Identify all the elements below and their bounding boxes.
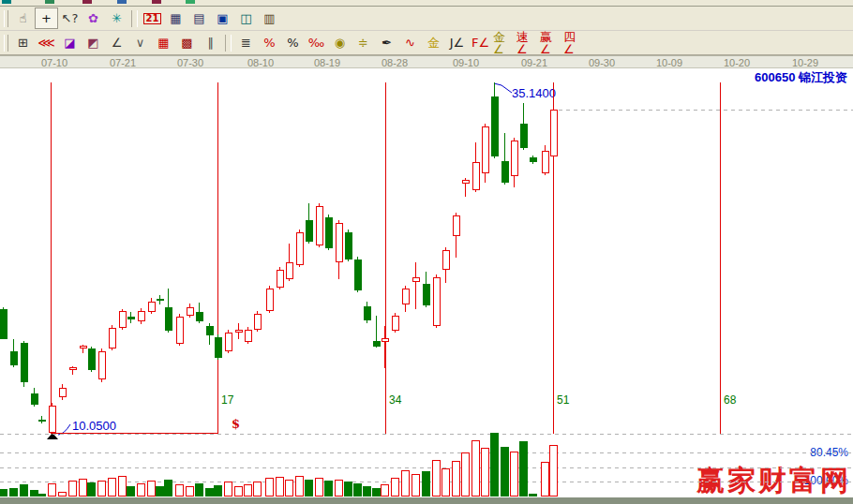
save-browse-tool-icon[interactable]: ◫ [234,7,258,29]
percent-zone-tool-icon[interactable]: % [258,32,281,53]
ink-pen-tool-icon[interactable]: ✒ [375,32,398,53]
calculator-tool-icon[interactable]: ▦ [164,7,187,29]
date-axis: 07-1007-2107-3008-1008-1908-2809-1009-21… [0,55,853,68]
grid-arrow-tool-icon[interactable]: ▩ [175,32,199,53]
candle-down [501,161,509,183]
report-tool-glyph: ▤ [193,12,204,24]
gold-coin-tool-icon[interactable]: ◉ [328,32,352,53]
date-tick: 07-21 [102,57,143,68]
pen-box-tool-icon[interactable]: ◪ [58,32,82,53]
volume-bar [147,481,156,497]
candle-down [373,341,381,347]
volume-bar [175,484,184,497]
volume-bar [305,480,313,497]
candle-down [10,351,18,365]
volume-ladder-tool-icon[interactable]: ≣ [234,32,258,53]
smart-analysis-tool-icon[interactable]: ✳ [105,7,128,29]
candle-up [80,346,87,348]
date-tick: 10-20 [716,57,757,68]
calendar-tool-icon[interactable]: 21 [141,7,164,29]
workstation-tool-glyph: ▥ [263,12,275,24]
fib-timezone-label: 51 [557,393,569,407]
flower-brush-tool-glyph: ✿ [88,12,98,24]
cropped-icon-fragment [2,0,11,4]
grid-tool-icon[interactable]: ▦ [152,32,175,53]
candle-down [21,343,28,382]
axis-frame-tool-icon[interactable]: ⊞ [11,32,35,53]
volume-bar [295,476,304,497]
candle-up [109,328,116,348]
j-angle-tool-icon[interactable]: J∠ [445,32,469,53]
volume-bar [253,482,262,497]
four-angle-tool-icon[interactable]: 四∠ [562,32,586,53]
candle-up [433,277,441,326]
gann-fan-tool-glyph: ⋘ [37,37,55,49]
f-angle-tool-icon[interactable]: F∠ [469,32,492,53]
candle-down [165,307,172,331]
zigzag-tool-icon[interactable]: ∨ [128,32,152,53]
date-tick: 10-29 [785,57,826,68]
volume-bar [422,471,430,497]
speed-angle-tool-icon[interactable]: 速∠ [516,32,539,53]
fan-box-tool-icon[interactable]: ◩ [82,32,105,53]
volume-bar [48,483,56,497]
high-price-label: 35.1400 [512,86,556,100]
report-tool-icon[interactable]: ▤ [187,7,211,29]
win-angle-tool-icon[interactable]: 赢∠ [539,32,562,53]
candle-up [550,110,558,156]
workstation-tool-icon[interactable]: ▥ [258,7,281,29]
volume-bar [441,468,450,497]
cropped-icon-fragment [82,0,92,4]
volume-bar [224,482,232,497]
flower-brush-tool-icon[interactable]: ✿ [82,7,105,29]
percent-line-tool-icon[interactable]: ‰ [305,32,328,53]
trend-rays-tool-glyph: ∠ [112,37,123,49]
gold-underline-tool-icon[interactable]: 金 [422,32,445,53]
gold-angle-tool-icon[interactable]: 金∠ [492,32,516,53]
candle-down [325,217,333,248]
candle-up [482,126,489,173]
grid-arrow-tool-glyph: ▩ [181,37,192,49]
gold-bands-tool-icon[interactable]: ≑ [352,32,375,53]
grid-tool-glyph: ▦ [157,37,169,49]
candle-up [462,180,470,184]
volume-bar [401,470,410,497]
cropped-icon-fragment [152,0,161,4]
candle-up [472,162,480,190]
volume-bar [164,480,172,497]
hand-tool-icon[interactable]: ☝ [11,7,35,29]
candle-up [286,262,293,279]
trend-rays-tool-icon[interactable]: ∠ [105,32,128,53]
volume-bar [118,476,127,497]
ink-pen-tool-glyph: ✒ [382,37,392,49]
candle-up [453,215,460,236]
save-tool-icon[interactable]: ▣ [211,7,234,29]
candle-down [88,348,96,370]
parallel-lines-tool-glyph: ∥ [207,37,214,49]
volume-bar [156,486,164,497]
low-annotation-pointer [56,421,73,437]
parallel-lines-tool-icon[interactable]: ∥ [199,32,222,53]
volume-bar [137,483,145,497]
dashed-gridline [0,452,853,453]
wave-band-tool-glyph: ∿ [405,37,415,49]
chart-area[interactable]: 600650 锦江投资 35.1400 10.0500 $ 80.45% 100… [0,68,853,497]
volume-bar [490,433,499,497]
toolbar-handle[interactable] [4,10,8,27]
toolbar-handle[interactable] [4,35,8,52]
toolbar-separator [225,35,232,52]
volume-bar [244,484,252,497]
pointer-query-tool-icon[interactable]: ↖? [58,7,82,29]
low-price-label: 10.0500 [72,419,116,433]
wave-band-tool-icon[interactable]: ∿ [398,32,422,53]
volume-bar [315,478,323,497]
percent-tool-icon[interactable]: % [281,32,305,53]
drawing-toolbar: ⊞⋘◪◩∠∨▦▩∥≣%%‰◉≑✒∿金J∠F∠金∠速∠赢∠四∠ [0,31,853,55]
gann-fan-tool-icon[interactable]: ⋘ [35,32,58,53]
candle-wick [384,326,385,368]
crosshair-tool-icon[interactable]: + [35,7,58,29]
cropped-icon-fragment [45,0,54,4]
percent-zone-tool-glyph: % [263,37,275,49]
candle-up [382,338,389,342]
volume-bar [9,488,18,497]
